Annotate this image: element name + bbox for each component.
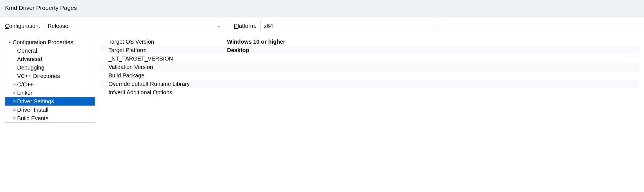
configuration-label: Configuration: [5, 23, 40, 29]
property-name: _NT_TARGET_VERSION [101, 55, 227, 62]
expander-icon [12, 82, 17, 87]
property-name: Override default Runtime Library [101, 81, 227, 87]
tree-item-label: Advanced [17, 56, 42, 62]
chevron-down-icon: ⌄ [434, 24, 437, 28]
tree-item-label: Driver Install [17, 107, 48, 113]
chevron-down-icon: ⌄ [217, 24, 221, 28]
tree-item-general[interactable]: General [5, 46, 95, 55]
tree-root[interactable]: Configuration Properties [5, 38, 95, 46]
window-title-bar: KmdfDriver Property Pages [0, 0, 644, 17]
configuration-combobox[interactable]: Release ⌄ [44, 21, 224, 31]
tree-item-c-c-[interactable]: C/C++ [5, 80, 95, 89]
platform-label: Platform: [234, 23, 257, 29]
tree-item-label: Debugging [17, 64, 44, 71]
expander-collapse-icon [8, 40, 13, 44]
property-name: Validation Version [101, 64, 227, 70]
property-row[interactable]: _NT_TARGET_VERSION [101, 55, 639, 63]
property-grid[interactable]: Target OS VersionWindows 10 or higherTar… [101, 38, 639, 97]
window-title: KmdfDriver Property Pages [5, 5, 77, 11]
property-row[interactable]: Infverif Additional Options [101, 88, 639, 97]
property-row[interactable]: Target OS VersionWindows 10 or higher [101, 38, 639, 46]
expander-icon [12, 108, 17, 112]
property-row[interactable]: Override default Runtime Library [101, 80, 639, 88]
configuration-tree[interactable]: Configuration PropertiesGeneralAdvancedD… [5, 38, 95, 123]
tree-item-driver-install[interactable]: Driver Install [5, 106, 95, 114]
tree-item-label: General [17, 48, 37, 54]
tree-item-driver-settings[interactable]: Driver Settings [5, 97, 95, 106]
property-value[interactable]: Windows 10 or higher [227, 39, 639, 45]
tree-item-vc-directories[interactable]: VC++ Directories [5, 72, 95, 80]
tree-item-label: VC++ Directories [17, 73, 60, 79]
tree-item-build-events[interactable]: Build Events [5, 114, 95, 122]
property-name: Infverif Additional Options [101, 89, 227, 96]
tree-root-label: Configuration Properties [13, 39, 73, 46]
property-row[interactable]: Target PlatformDesktop [101, 46, 639, 55]
property-value[interactable]: Desktop [227, 47, 639, 53]
property-row[interactable]: Validation Version [101, 63, 639, 72]
expander-icon [12, 91, 17, 95]
tree-item-linker[interactable]: Linker [5, 89, 95, 97]
tree-item-advanced[interactable]: Advanced [5, 55, 95, 63]
property-name: Target OS Version [101, 39, 227, 45]
tree-item-label: Linker [17, 90, 32, 96]
property-name: Target Platform [101, 47, 227, 53]
tree-item-label: Driver Settings [17, 98, 54, 105]
platform-value: x64 [264, 23, 273, 29]
tree-item-label: Build Events [17, 115, 48, 122]
tree-item-label: C/C++ [17, 81, 33, 88]
expander-icon [12, 116, 17, 120]
property-name: Build Package [101, 72, 227, 79]
configuration-value: Release [48, 23, 68, 29]
config-platform-row: Configuration: Release ⌄ Platform: x64 ⌄ [0, 17, 644, 35]
property-row[interactable]: Build Package [101, 72, 639, 80]
tree-item-debugging[interactable]: Debugging [5, 63, 95, 72]
expander-icon [12, 99, 17, 104]
platform-combobox[interactable]: x64 ⌄ [260, 21, 440, 31]
